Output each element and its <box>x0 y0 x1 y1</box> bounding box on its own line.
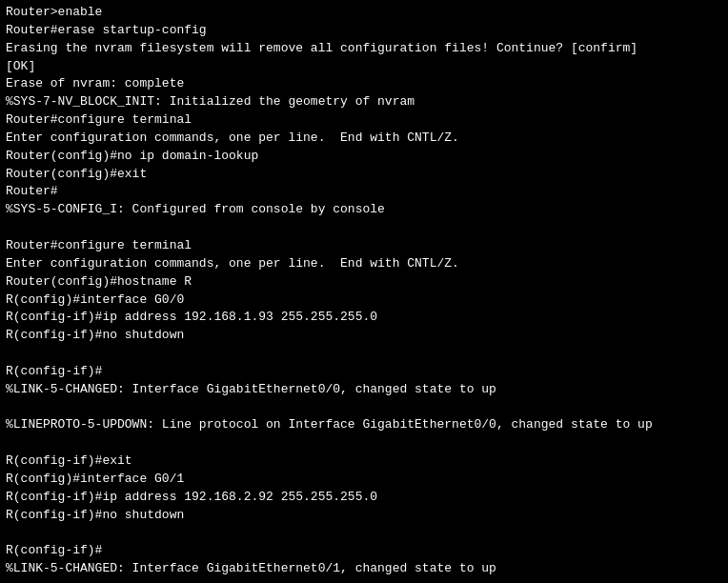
terminal-window[interactable]: Router>enableRouter#erase startup-config… <box>0 0 728 583</box>
blank-line <box>6 345 722 363</box>
terminal-line: %LINK-5-CHANGED: Interface GigabitEthern… <box>6 560 722 578</box>
terminal-line: Router#erase startup-config <box>6 22 722 40</box>
terminal-line: %SYS-5-CONFIG_I: Configured from console… <box>6 201 722 219</box>
terminal-line: %LINEPROTO-5-UPDOWN: Line protocol on In… <box>6 416 722 434</box>
terminal-line: Router(config)#exit <box>6 166 722 184</box>
terminal-line: %SYS-7-NV_BLOCK_INIT: Initialized the ge… <box>6 93 722 111</box>
terminal-line: R(config)#interface G0/1 <box>6 471 722 489</box>
terminal-line: Enter configuration commands, one per li… <box>6 130 722 148</box>
terminal-line: Router(config)#hostname R <box>6 273 722 292</box>
blank-line <box>6 219 722 237</box>
terminal-line: R(config-if)#no shutdown <box>6 327 722 345</box>
blank-line <box>6 399 722 417</box>
blank-line <box>6 434 722 452</box>
terminal-line: Router#configure terminal <box>6 237 722 255</box>
terminal-line: Router# <box>6 183 722 201</box>
terminal-line: R(config-if)# <box>6 542 722 560</box>
blank-line <box>6 524 722 542</box>
terminal-line: R(config)#interface G0/0 <box>6 292 722 310</box>
terminal-line: %LINK-5-CHANGED: Interface GigabitEthern… <box>6 381 722 399</box>
terminal-line: Router#configure terminal <box>6 111 722 130</box>
terminal-line: [OK] <box>6 58 722 76</box>
terminal-line: R(config-if)#ip address 192.168.2.92 255… <box>6 489 722 507</box>
terminal-line: R(config-if)#ip address 192.168.1.93 255… <box>6 309 722 327</box>
terminal-line: Router(config)#no ip domain-lookup <box>6 148 722 166</box>
terminal-line: Erasing the nvram filesystem will remove… <box>6 40 722 58</box>
blank-line <box>6 578 722 583</box>
terminal-line: R(config-if)#exit <box>6 452 722 471</box>
terminal-line: Erase of nvram: complete <box>6 75 722 93</box>
terminal-line: R(config-if)# <box>6 363 722 381</box>
terminal-line: Router>enable <box>6 4 722 22</box>
terminal-line: Enter configuration commands, one per li… <box>6 255 722 273</box>
terminal-line: R(config-if)#no shutdown <box>6 507 722 525</box>
